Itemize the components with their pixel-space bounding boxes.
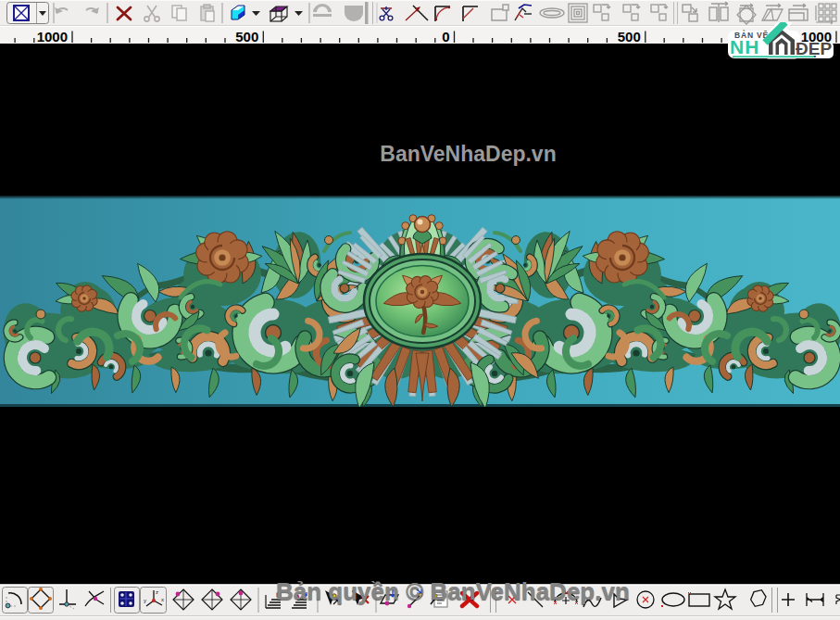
svg-text:x: x <box>161 597 164 602</box>
svg-text:500: 500 <box>235 29 258 44</box>
svg-text:NH: NH <box>730 36 759 57</box>
svg-text:ĐẸP: ĐẸP <box>796 39 832 58</box>
svg-text:500: 500 <box>618 29 641 44</box>
svg-text:0: 0 <box>442 29 449 44</box>
svg-text:1000: 1000 <box>37 29 68 44</box>
svg-text:y: y <box>144 598 146 603</box>
svg-text:z: z <box>156 589 158 595</box>
